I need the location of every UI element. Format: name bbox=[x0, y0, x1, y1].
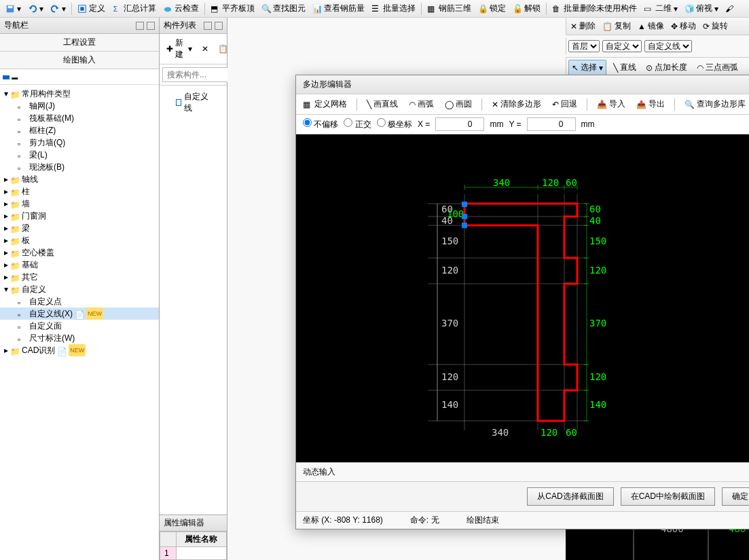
custline-select[interactable]: 自定义线 bbox=[644, 40, 692, 52]
svg-text:140: 140 bbox=[441, 399, 458, 410]
tree-item[interactable]: ▫自定义线(X) 📄NEW bbox=[0, 307, 159, 320]
draw-circle-button[interactable]: ◯ 画圆 bbox=[442, 97, 475, 111]
tree-item[interactable]: ▫现浇板(B) bbox=[0, 161, 159, 173]
tb-lock[interactable]: 🔒锁定 bbox=[475, 1, 509, 16]
query-lib-button[interactable]: 🔍 查询多边形库 bbox=[682, 97, 748, 111]
offset-ortho[interactable]: 正交 bbox=[344, 118, 371, 130]
rtb-mirror[interactable]: ▲ 镜像 bbox=[635, 19, 667, 33]
rtb-rotate[interactable]: ⟳ 旋转 bbox=[700, 19, 731, 33]
tree-item[interactable]: ▫筏板基础(M) bbox=[0, 112, 159, 124]
tb-save[interactable]: ▾ bbox=[3, 3, 24, 15]
tree-item[interactable]: ▫轴网(J) bbox=[0, 100, 159, 112]
tree-item[interactable]: ▫自定义面 bbox=[0, 320, 159, 332]
item-icon: ▫ bbox=[18, 162, 27, 172]
y-input[interactable] bbox=[527, 117, 576, 131]
export-button[interactable]: 📤 导出 bbox=[634, 97, 668, 111]
tree-category[interactable]: ▸📁柱 bbox=[0, 185, 159, 198]
custom-select[interactable]: 自定义 bbox=[602, 40, 642, 52]
tree-custom[interactable]: ▾📁自定义 bbox=[0, 283, 159, 295]
tb-flat[interactable]: ⬒平齐板顶 bbox=[208, 1, 257, 16]
x-label: X = bbox=[418, 119, 430, 129]
section-project[interactable]: 工程设置 bbox=[0, 34, 159, 52]
status-cmd: 命令: 无 bbox=[410, 515, 439, 526]
tb-2d[interactable]: ▭二维▾ bbox=[641, 1, 680, 16]
tb-top[interactable]: 🧊俯视▾ bbox=[682, 1, 721, 16]
tree-item[interactable]: ▫梁(L) bbox=[0, 149, 159, 161]
undo-button[interactable]: ↶ 回退 bbox=[549, 97, 580, 111]
close-icon[interactable] bbox=[147, 22, 155, 30]
folder-icon: 📁 bbox=[10, 199, 20, 208]
define-grid-button[interactable]: ▦定义网格 bbox=[300, 97, 350, 111]
svg-rect-66 bbox=[462, 202, 467, 207]
polygon-editor-dialog: 多边形编辑器 □ ▦定义网格 ╲ 画直线 ◠ 画弧 ◯ 画圆 ✕ 清除多边形 ↶… bbox=[295, 75, 749, 529]
svg-rect-1 bbox=[8, 5, 13, 8]
new-component-button[interactable]: ✚新建▾ bbox=[164, 36, 195, 62]
tb-rebar[interactable]: 📊查看钢筋量 bbox=[310, 1, 367, 16]
import-button[interactable]: 📥 导入 bbox=[594, 97, 628, 111]
offset-none[interactable]: 不偏移 bbox=[303, 118, 338, 130]
nav-title: 导航栏 bbox=[4, 20, 29, 31]
section-drawinput[interactable]: 绘图输入 bbox=[0, 52, 159, 69]
ok-button[interactable]: 确定 bbox=[722, 487, 749, 506]
tree-cad[interactable]: ▸📁CAD识别 📄NEW bbox=[0, 344, 159, 356]
component-item[interactable]: 自定义线 bbox=[162, 88, 224, 117]
draw-line-button[interactable]: ╲ 画直线 bbox=[364, 97, 401, 111]
close-icon[interactable] bbox=[215, 22, 223, 30]
tb-sum[interactable]: Σ汇总计算 bbox=[109, 1, 159, 16]
folder-icon: 📁 bbox=[10, 223, 20, 233]
svg-text:150: 150 bbox=[589, 236, 606, 246]
tree-item[interactable]: ▫尺寸标注(W) bbox=[0, 332, 159, 344]
folder-icon: 📁 bbox=[10, 248, 20, 257]
tree-category[interactable]: ▸📁梁 bbox=[0, 222, 159, 234]
clear-polygon-button[interactable]: ✕ 清除多边形 bbox=[489, 97, 544, 111]
rtb-delete[interactable]: ✕ 删除 bbox=[568, 19, 598, 33]
tb-cloud[interactable]: 云检查 bbox=[160, 1, 202, 16]
tree-item[interactable]: ▫剪力墙(Q) bbox=[0, 136, 159, 149]
tree-category[interactable]: ▸📁板 bbox=[0, 234, 159, 246]
2d-icon: ▭ bbox=[644, 4, 653, 14]
tree-category[interactable]: ▸📁其它 bbox=[0, 271, 159, 283]
pin-icon[interactable] bbox=[136, 22, 144, 30]
polygon-canvas[interactable]: 340 120 60 60 40 150 120 370 bbox=[296, 134, 749, 462]
tree-category[interactable]: ▸📁轴线 bbox=[0, 173, 159, 185]
tb-redo[interactable]: ▾ bbox=[48, 3, 69, 15]
tree-category[interactable]: ▸📁墙 bbox=[0, 198, 159, 210]
tb-brush[interactable]: 🖌 bbox=[723, 3, 737, 15]
tb-unlock[interactable]: 🔓解锁 bbox=[510, 1, 543, 16]
offset-polar[interactable]: 极坐标 bbox=[377, 118, 412, 130]
tb-undo[interactable]: ▾ bbox=[25, 3, 46, 15]
tb-rebar3d[interactable]: ▦钢筋三维 bbox=[424, 1, 474, 16]
prop-cell[interactable] bbox=[176, 547, 226, 560]
right-area: ✕ 删除 📋 复制 ▲ 镜像 ✥ 移动 ⟳ 旋转 首层 自定义 自定义线 ↖ 选… bbox=[227, 18, 749, 560]
rtb-copy[interactable]: 📋 复制 bbox=[600, 19, 634, 33]
tree-category[interactable]: ▸📁基础 bbox=[0, 259, 159, 271]
tb-batchdel[interactable]: 🗑批量删除未使用构件 bbox=[549, 1, 640, 16]
svg-text:60: 60 bbox=[566, 177, 577, 188]
draw-in-cad-button[interactable]: 在CAD中绘制截面图 bbox=[621, 487, 715, 506]
tb-find[interactable]: 🔍查找图元 bbox=[259, 1, 308, 16]
tree-category[interactable]: ▸📁门窗洞 bbox=[0, 210, 159, 222]
draw-arc-button[interactable]: ◠ 画弧 bbox=[406, 97, 437, 111]
tree-item[interactable]: ▫自定义点 bbox=[0, 295, 159, 307]
x-unit: mm bbox=[490, 119, 503, 129]
item-icon: ▫ bbox=[18, 309, 27, 318]
folder-icon: 📁 bbox=[10, 272, 20, 282]
floor-select[interactable]: 首层 bbox=[568, 40, 600, 52]
del-component-button[interactable]: ✕ bbox=[199, 43, 211, 55]
rtb-move[interactable]: ✥ 移动 bbox=[668, 19, 699, 33]
arc-mode-button[interactable]: ◠ 三点画弧 bbox=[694, 60, 741, 75]
batchdel-icon: 🗑 bbox=[552, 4, 562, 14]
tree-common[interactable]: ▾📁常用构件类型 bbox=[0, 88, 159, 100]
status-coord: 坐标 (X: -808 Y: 1168) bbox=[303, 515, 383, 526]
from-cad-button[interactable]: 从CAD选择截面图 bbox=[527, 487, 613, 506]
tb-define[interactable]: 定义 bbox=[75, 1, 108, 16]
tree-item[interactable]: ▫框柱(Z) bbox=[0, 124, 159, 136]
tb-batchsel[interactable]: ☰批量选择 bbox=[369, 1, 418, 16]
pin-icon[interactable] bbox=[204, 22, 212, 30]
line-mode-button[interactable]: ╲ 直线 bbox=[610, 60, 639, 75]
select-mode-button[interactable]: ↖ 选择 ▾ bbox=[568, 60, 606, 75]
extend-mode-button[interactable]: ⊙ 点加长度 bbox=[643, 60, 690, 75]
lock-icon: 🔒 bbox=[478, 4, 488, 14]
x-input[interactable] bbox=[435, 117, 484, 131]
tree-category[interactable]: ▸📁空心楼盖 bbox=[0, 246, 159, 259]
